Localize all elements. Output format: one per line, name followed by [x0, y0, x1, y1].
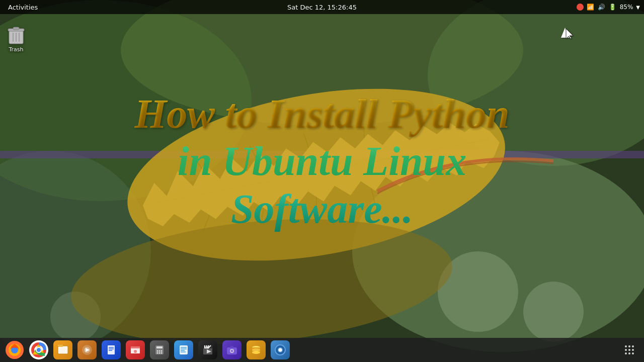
wifi-icon[interactable]: 📶: [587, 3, 595, 11]
text-editor-svg: [177, 343, 190, 356]
writer-svg: [105, 343, 118, 356]
dock-item-text-editor[interactable]: [173, 339, 194, 360]
grid-dot-6: [632, 349, 634, 351]
svg-point-53: [159, 350, 160, 352]
chromium-svg: [274, 343, 287, 356]
battery-percent: 85%: [620, 4, 633, 11]
svg-point-36: [37, 348, 41, 352]
firefox-icon: [5, 340, 24, 359]
dock-item-db[interactable]: [246, 339, 267, 360]
svg-rect-58: [180, 345, 188, 354]
impress-icon: [126, 340, 145, 359]
dock-item-clapper[interactable]: [197, 339, 218, 360]
svg-point-54: [161, 350, 163, 352]
topbar-right: 📶 🔊 🔋 85% ▼: [577, 3, 640, 11]
files-icon: [53, 340, 72, 359]
svg-point-8: [523, 282, 584, 342]
calc-svg: [153, 343, 166, 356]
svg-rect-25: [13, 27, 19, 30]
system-menu-arrow[interactable]: ▼: [636, 5, 640, 10]
svg-point-52: [157, 350, 158, 352]
grid-dot-5: [628, 349, 630, 351]
grid-dot-2: [628, 345, 630, 347]
app-grid-button[interactable]: [617, 339, 638, 360]
shotwell-icon: [222, 340, 242, 359]
trash-svg: [6, 24, 26, 46]
dock-item-impress[interactable]: [125, 339, 146, 360]
db-svg: [250, 343, 263, 356]
chrome-icon: [29, 340, 48, 359]
dock-item-firefox[interactable]: [4, 339, 25, 360]
dock-item-shotwell[interactable]: [221, 339, 243, 360]
topbar-left: Activities: [4, 0, 42, 14]
grid-dot-1: [625, 345, 627, 347]
svg-point-77: [252, 348, 260, 351]
svg-point-80: [279, 348, 282, 352]
svg-point-55: [157, 352, 158, 354]
dock-item-rhythmbox[interactable]: [76, 339, 98, 360]
app-grid-icon: [625, 345, 634, 354]
rhythmbox-icon: [77, 340, 97, 359]
svg-point-57: [161, 352, 163, 354]
svg-point-56: [159, 352, 160, 354]
svg-rect-48: [131, 346, 140, 348]
desktop: [0, 0, 644, 362]
svg-point-73: [231, 350, 233, 352]
svg-point-49: [134, 350, 137, 353]
files-svg: [56, 343, 70, 357]
svg-rect-43: [108, 345, 115, 354]
grid-dot-4: [625, 349, 627, 351]
dock-item-chrome[interactable]: [28, 339, 49, 360]
grid-dot-3: [632, 345, 634, 347]
dock-item-chromium[interactable]: [270, 339, 291, 360]
firefox-svg: [5, 340, 24, 359]
chromium-icon: [271, 340, 290, 359]
svg-rect-51: [156, 346, 163, 348]
grid-dot-8: [628, 352, 630, 354]
svg-rect-37: [58, 346, 68, 354]
dock-item-calc[interactable]: [149, 339, 170, 360]
clapper-svg: [201, 343, 214, 356]
taskbar: [0, 338, 644, 362]
text-editor-icon: [174, 340, 193, 359]
topbar-datetime: Sat Dec 12, 15:26:45: [287, 4, 357, 11]
clapper-icon: [198, 340, 217, 359]
trash-label: Trash: [9, 46, 23, 53]
impress-svg: [129, 343, 142, 356]
dock-item-writer[interactable]: [101, 339, 122, 360]
shotwell-svg: [225, 343, 238, 356]
volume-icon[interactable]: 🔊: [598, 3, 606, 11]
rhythmbox-svg: [80, 343, 94, 356]
activities-button[interactable]: Activities: [4, 0, 42, 14]
record-indicator: [577, 4, 584, 11]
battery-icon[interactable]: 🔋: [609, 3, 617, 11]
trash-icon-image: [6, 24, 26, 45]
grid-dot-9: [632, 352, 634, 354]
db-icon: [247, 340, 266, 359]
writer-icon: [102, 340, 121, 359]
svg-rect-71: [230, 346, 233, 348]
chrome-svg: [30, 341, 47, 358]
background-svg: [0, 0, 644, 362]
topbar: Activities Sat Dec 12, 15:26:45 📶 🔊 🔋 85…: [0, 0, 644, 14]
dock-item-files[interactable]: [52, 339, 73, 360]
grid-dot-7: [625, 352, 627, 354]
trash-desktop-icon[interactable]: Trash: [4, 22, 28, 55]
calc-icon: [150, 340, 169, 359]
